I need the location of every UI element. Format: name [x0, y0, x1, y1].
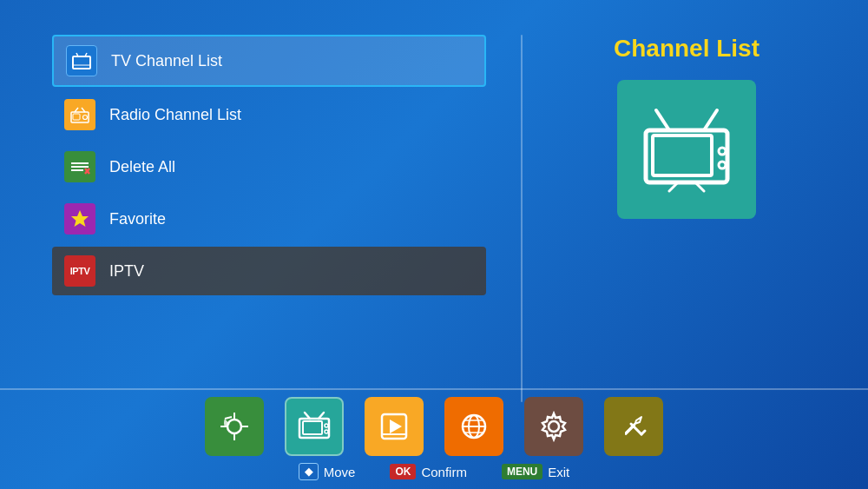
menu-item-tv-channel-list[interactable]: TV Channel List [52, 35, 486, 87]
bottom-hints: ◆ Move OK Confirm MENU Exit [299, 463, 570, 480]
radio-channel-list-label: Radio Channel List [109, 106, 241, 124]
menu-item-favorite[interactable]: Favorite [52, 195, 486, 243]
favorite-label: Favorite [109, 210, 166, 228]
ok-badge: OK [390, 464, 416, 479]
iptv-icon: IPTV [64, 255, 95, 287]
tv-channel-icon [66, 45, 97, 76]
channel-list-title: Channel List [614, 35, 760, 63]
bottom-toolbar: ◆ Move OK Confirm MENU Exit [0, 388, 868, 489]
tv-channel-list-label: TV Channel List [111, 52, 222, 70]
menu-item-radio-channel-list[interactable]: Radio Channel List [52, 90, 486, 139]
svg-point-8 [83, 116, 88, 120]
confirm-label: Confirm [421, 465, 467, 479]
confirm-hint: OK Confirm [390, 464, 467, 479]
svg-rect-33 [303, 421, 322, 434]
settings-button[interactable] [524, 397, 583, 456]
iptv-label: IPTV [109, 262, 144, 281]
svg-point-20 [719, 162, 726, 169]
svg-marker-14 [71, 210, 89, 227]
globe-button[interactable] [444, 397, 503, 456]
tool-icons [205, 397, 663, 456]
svg-point-24 [227, 420, 241, 433]
menu-item-iptv[interactable]: IPTV IPTV [52, 247, 486, 295]
svg-line-45 [631, 424, 641, 434]
svg-marker-37 [390, 420, 402, 433]
svg-line-46 [641, 431, 645, 434]
tv-button[interactable] [285, 397, 344, 456]
svg-line-16 [704, 110, 717, 130]
satellite-button[interactable] [205, 397, 264, 456]
menu-panel: TV Channel List Radio Channel List [52, 35, 486, 402]
svg-point-34 [325, 424, 328, 427]
divider [521, 35, 523, 402]
svg-rect-18 [653, 135, 712, 175]
delete-all-label: Delete All [109, 158, 175, 176]
radio-channel-icon [64, 99, 95, 130]
svg-rect-0 [73, 56, 90, 69]
exit-label: Exit [548, 465, 569, 479]
delete-all-icon [64, 151, 95, 182]
tv-icon-box [617, 80, 756, 219]
move-badge: ◆ [299, 463, 319, 480]
tools-button[interactable] [604, 397, 663, 456]
move-label: Move [324, 465, 356, 479]
favorite-icon [64, 203, 95, 235]
svg-point-19 [719, 148, 726, 155]
svg-point-44 [549, 421, 559, 432]
svg-point-35 [325, 430, 328, 433]
exit-hint: MENU Exit [502, 464, 569, 479]
right-panel: Channel List [557, 35, 816, 402]
svg-rect-7 [73, 114, 80, 120]
media-button[interactable] [365, 397, 424, 456]
svg-line-15 [656, 110, 669, 130]
svg-line-29 [225, 417, 232, 419]
menu-item-delete-all[interactable]: Delete All [52, 142, 486, 191]
move-hint: ◆ Move [299, 463, 356, 480]
menu-badge: MENU [502, 464, 542, 479]
